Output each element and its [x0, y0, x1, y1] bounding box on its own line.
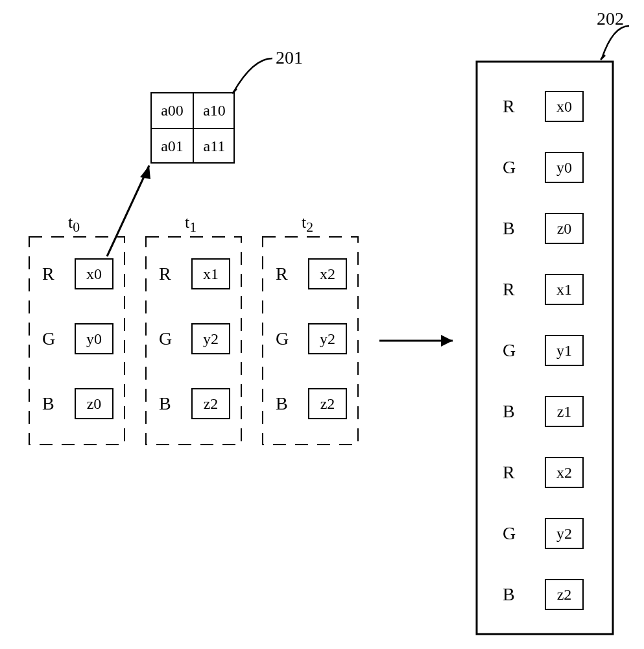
t2-sub: 2: [306, 219, 313, 235]
frame-t0-label: t0: [68, 214, 80, 235]
grid-201-a11: a11: [194, 129, 235, 164]
t1-B-box: z2: [191, 388, 230, 419]
t0-R-box: x0: [75, 258, 113, 289]
t0-R-label: R: [42, 265, 54, 283]
t0-sub: 0: [73, 219, 80, 235]
t2-R-label: R: [276, 265, 288, 283]
arrow-201: [107, 165, 149, 256]
t1-B-label: B: [159, 395, 171, 413]
s202-3-ch: R: [503, 280, 515, 299]
diagram-stage: 201 202 a00 a10 a01 a11 t0 t1 t2 R x0 G …: [0, 0, 644, 649]
t0-B-box: z0: [75, 388, 113, 419]
t2-R-box: x2: [308, 258, 347, 289]
t2-B-label: B: [276, 395, 288, 413]
t1-G-label: G: [159, 330, 172, 348]
s202-5-ch: B: [503, 402, 515, 421]
s202-8-box: z2: [545, 579, 584, 610]
callout-202-curve: [602, 26, 629, 58]
s202-0-box: x0: [545, 91, 584, 122]
t1-R-label: R: [159, 265, 171, 283]
t1-G-box: y2: [191, 323, 230, 354]
callout-202-label: 202: [597, 10, 624, 28]
t2-B-box: z2: [308, 388, 347, 419]
s202-2-box: z0: [545, 213, 584, 244]
t0-B-label: B: [42, 395, 54, 413]
t2-G-label: G: [276, 330, 289, 348]
grid-201-a10: a10: [194, 93, 235, 129]
s202-1-ch: G: [503, 158, 516, 177]
s202-7-ch: G: [503, 524, 516, 543]
s202-0-ch: R: [503, 97, 515, 116]
callout-201-curve: [233, 58, 272, 92]
s202-2-ch: B: [503, 219, 515, 238]
s202-3-box: x1: [545, 274, 584, 305]
t1-R-box: x1: [191, 258, 230, 289]
s202-1-box: y0: [545, 152, 584, 183]
frame-t1-label: t1: [185, 214, 197, 235]
arrowhead-202: [441, 335, 453, 347]
s202-6-ch: R: [503, 463, 515, 482]
grid-201-a01: a01: [152, 129, 194, 164]
frame-t2-label: t2: [302, 214, 313, 235]
s202-5-box: z1: [545, 396, 584, 427]
arrowhead-201: [140, 165, 150, 179]
callout-201-label: 201: [276, 49, 303, 67]
t0-G-label: G: [42, 330, 55, 348]
s202-4-box: y1: [545, 335, 584, 366]
callout-202-tick: [601, 55, 605, 60]
s202-8-ch: B: [503, 585, 515, 604]
s202-4-ch: G: [503, 341, 516, 360]
grid-201-a00: a00: [152, 93, 194, 129]
t2-G-box: y2: [308, 323, 347, 354]
t0-G-box: y0: [75, 323, 113, 354]
s202-7-box: y2: [545, 518, 584, 549]
t1-sub: 1: [189, 219, 197, 235]
s202-6-box: x2: [545, 457, 584, 488]
grid-201: a00 a10 a01 a11: [150, 92, 235, 164]
